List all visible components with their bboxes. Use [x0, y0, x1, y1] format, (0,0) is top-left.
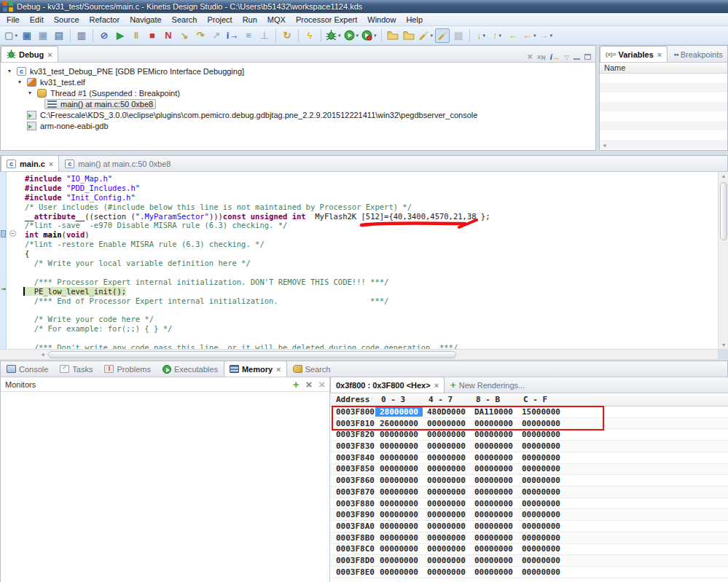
- tab-breakpoints[interactable]: ●●Breakpoints: [668, 46, 728, 62]
- memory-cell[interactable]: 00000000: [470, 522, 517, 531]
- memory-address-cell[interactable]: 0003F870: [330, 487, 375, 497]
- memory-column-header[interactable]: C - F: [517, 395, 565, 404]
- minimize-icon[interactable]: [574, 55, 580, 60]
- menu-run[interactable]: Run: [238, 14, 262, 25]
- move-to-line-button[interactable]: ≡: [241, 28, 256, 43]
- memory-address-cell[interactable]: 0003F8A0: [330, 522, 375, 531]
- memory-address-cell[interactable]: 0003F8B0: [330, 533, 375, 543]
- expander-icon[interactable]: ▾: [5, 68, 14, 74]
- add-memory-monitor-icon[interactable]: +: [293, 379, 300, 390]
- menu-project[interactable]: Project: [202, 14, 237, 25]
- menu-file[interactable]: File: [1, 14, 25, 25]
- memory-cell[interactable]: 00000000: [375, 499, 423, 508]
- memory-cell[interactable]: 00000000: [517, 522, 565, 531]
- dropdown-arrow-icon[interactable]: ▾: [338, 33, 341, 39]
- view-menu-icon[interactable]: ▽: [565, 54, 569, 60]
- rendering-tab-hex[interactable]: 0x3f800 : 0x3F800 <Hex>×: [330, 377, 445, 393]
- tab-debug[interactable]: Debug ×: [1, 46, 58, 62]
- memory-cell[interactable]: 00000000: [423, 556, 470, 565]
- scroll-up-icon[interactable]: ▴: [719, 173, 728, 179]
- memory-cell[interactable]: 00000000: [517, 510, 565, 519]
- memory-address-cell[interactable]: 0003F8C0: [330, 544, 375, 554]
- scroll-left-icon[interactable]: ◂: [38, 350, 47, 359]
- search-dim-button[interactable]: ▧: [451, 28, 466, 43]
- memory-cell[interactable]: 00000000: [423, 419, 470, 428]
- memory-cell[interactable]: 00000000: [423, 476, 470, 485]
- debug-button[interactable]: ▾: [325, 28, 342, 43]
- memory-cell[interactable]: 00000000: [517, 556, 565, 565]
- hscroll-left-arrow-icon[interactable]: ◂: [603, 141, 606, 149]
- memory-cell[interactable]: 00000000: [470, 499, 517, 508]
- close-icon[interactable]: ×: [49, 160, 53, 168]
- menu-navigate[interactable]: Navigate: [125, 14, 166, 25]
- memory-cell[interactable]: 00000000: [423, 544, 470, 554]
- menu-processor-expert[interactable]: Processor Expert: [291, 14, 362, 25]
- memory-address-cell[interactable]: 0003F8E0: [330, 567, 375, 577]
- memory-cell[interactable]: 00000000: [470, 487, 517, 497]
- editor-tab-main-c[interactable]: cmain.c×: [1, 155, 59, 171]
- previous-annotation-button[interactable]: ↑▾: [490, 28, 504, 43]
- menu-edit[interactable]: Edit: [25, 14, 49, 25]
- run-button[interactable]: ▾: [343, 28, 360, 43]
- flash-programmer-button[interactable]: ϟ: [302, 28, 317, 43]
- memory-cell[interactable]: 00000000: [517, 419, 565, 428]
- memory-cell[interactable]: 00000000: [375, 464, 423, 473]
- remove-all-memory-monitors-icon[interactable]: ×: [318, 379, 325, 390]
- tab-console[interactable]: Console: [1, 361, 54, 377]
- menu-search[interactable]: Search: [167, 14, 203, 25]
- annotation-brush-button[interactable]: ▾: [418, 28, 434, 43]
- memory-cell[interactable]: 00000000: [517, 441, 565, 451]
- new-wizard-button[interactable]: ▢▾: [4, 28, 18, 43]
- memory-cell[interactable]: 00000000: [375, 510, 423, 519]
- refresh-button[interactable]: ↻: [280, 28, 294, 43]
- debug-tree-item[interactable]: ▾ckv31_test_Debug_PNE [GDB PEMicro Inter…: [1, 66, 595, 76]
- remove-memory-monitor-icon[interactable]: ×: [305, 379, 312, 390]
- last-edit-location-button[interactable]: ↓▾: [474, 28, 488, 43]
- open-resource-button[interactable]: [402, 28, 416, 43]
- instruction-stepping-button[interactable]: i→: [225, 28, 240, 43]
- debug-tree-item[interactable]: C:\Freescale\KDS_3.0.0\eclipse\plugins\c…: [1, 109, 595, 120]
- terminate-button[interactable]: ■: [145, 28, 160, 43]
- menu-help[interactable]: Help: [401, 14, 428, 25]
- memory-cell[interactable]: 00000000: [517, 567, 565, 577]
- memory-cell[interactable]: 26000000: [375, 419, 423, 428]
- save-button[interactable]: ▣: [20, 28, 34, 43]
- editor-tab-main-at-main-c-50-0xbe8[interactable]: cmain() at main.c:50 0xbe8: [59, 155, 176, 171]
- memory-cell[interactable]: 00000000: [375, 453, 423, 463]
- close-icon[interactable]: ×: [657, 50, 662, 59]
- editor-horizontal-scrollbar[interactable]: ◂: [0, 349, 718, 359]
- back-to-button[interactable]: ←: [506, 28, 520, 43]
- close-icon[interactable]: ×: [276, 365, 281, 374]
- debug-tree-item[interactable]: ▾kv31_test.elf: [1, 76, 595, 87]
- step-over-button[interactable]: ↷: [193, 28, 208, 43]
- memory-cell[interactable]: 00000000: [470, 441, 517, 451]
- memory-cell[interactable]: DA110000: [470, 407, 517, 417]
- dropdown-arrow-icon[interactable]: ▾: [550, 33, 553, 39]
- memory-cell[interactable]: 00000000: [517, 533, 565, 543]
- code-editor[interactable]: → − #include "IO_Map.h"#include "PDD_Inc…: [0, 172, 718, 349]
- memory-cell[interactable]: 00000000: [470, 453, 517, 463]
- memory-column-header[interactable]: 8 - B: [470, 395, 517, 404]
- fold-collapse-icon[interactable]: −: [9, 230, 16, 237]
- dropdown-arrow-icon[interactable]: ▾: [499, 33, 502, 39]
- memory-cell[interactable]: 00000000: [517, 430, 565, 439]
- dropdown-arrow-icon[interactable]: ▾: [374, 33, 377, 39]
- tab-memory[interactable]: Memory×: [224, 361, 287, 377]
- horizontal-sash-bottom[interactable]: [0, 360, 728, 361]
- debug-tree-item[interactable]: ▾Thread #1 (Suspended : Breakpoint): [1, 87, 595, 98]
- tab-problems[interactable]: Problems: [98, 361, 156, 377]
- monitors-empty-list[interactable]: [1, 392, 329, 581]
- vscroll-thumb[interactable]: [720, 182, 727, 240]
- dropdown-arrow-icon[interactable]: ▾: [483, 33, 486, 39]
- memory-cell[interactable]: 00000000: [375, 522, 423, 531]
- memory-address-cell[interactable]: 0003F800: [330, 407, 375, 417]
- binary-console-button[interactable]: ▥: [74, 28, 89, 43]
- memory-cell[interactable]: 00000000: [470, 544, 517, 554]
- memory-cell[interactable]: 00000000: [470, 430, 517, 439]
- memory-address-cell[interactable]: 0003F8D0: [330, 556, 375, 565]
- restart-button[interactable]: N: [161, 28, 176, 43]
- close-icon[interactable]: ×: [47, 50, 52, 59]
- dropdown-arrow-icon[interactable]: ▾: [431, 33, 434, 39]
- tab-executables[interactable]: Executables: [157, 361, 224, 377]
- memory-cell[interactable]: 00000000: [375, 556, 423, 565]
